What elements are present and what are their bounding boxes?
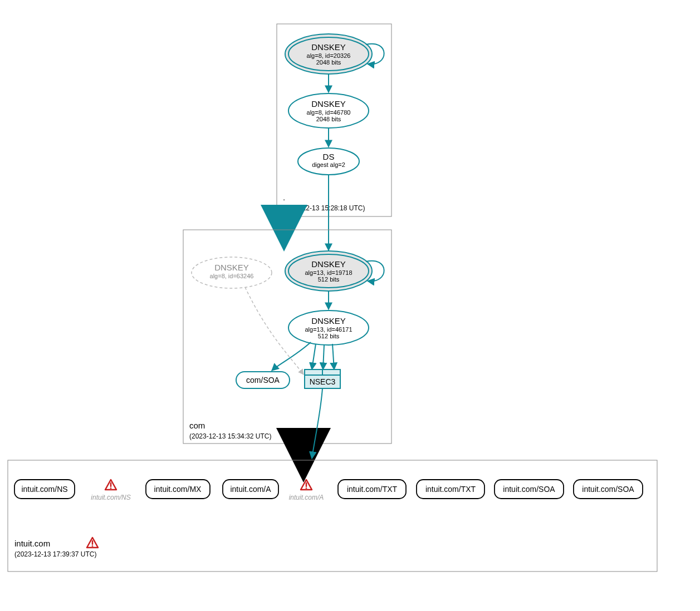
record-intuit-ns-warning: intuit.com/NS (91, 480, 130, 501)
svg-text:alg=13, id=46171: alg=13, id=46171 (305, 326, 352, 333)
zone-intuit-timestamp: (2023-12-13 17:39:37 UTC) (14, 550, 96, 558)
svg-text:2048 bits: 2048 bits (316, 116, 341, 122)
record-intuit-a: intuit.com/A (223, 480, 278, 499)
warning-icon (105, 480, 116, 490)
node-root-dnskey-zsk: DNSKEY alg=8, id=46780 2048 bits (288, 93, 369, 128)
node-root-dnskey-ksk: DNSKEY alg=8, id=20326 2048 bits (285, 34, 372, 74)
svg-text:DNSKEY: DNSKEY (214, 263, 249, 272)
zone-com-timestamp: (2023-12-13 15:34:32 UTC) (189, 432, 271, 440)
svg-text:DNSKEY: DNSKEY (311, 316, 346, 326)
svg-text:com/SOA: com/SOA (246, 376, 280, 385)
svg-text:intuit.com/MX: intuit.com/MX (154, 485, 202, 494)
svg-text:alg=13, id=19718: alg=13, id=19718 (305, 269, 352, 276)
zone-com-name: com (189, 421, 205, 430)
record-intuit-soa-2: intuit.com/SOA (574, 480, 643, 499)
svg-text:alg=8, id=63246: alg=8, id=63246 (210, 273, 254, 279)
svg-text:intuit.com/SOA: intuit.com/SOA (503, 485, 555, 494)
svg-text:intuit.com/TXT: intuit.com/TXT (347, 485, 398, 494)
edge-comkey2-nsec3-b (323, 345, 324, 369)
edge-comkey2-nsec3-c (332, 344, 334, 369)
svg-text:512 bits: 512 bits (318, 276, 340, 283)
svg-text:DNSKEY: DNSKEY (311, 99, 346, 109)
svg-text:intuit.com/NS: intuit.com/NS (21, 485, 67, 494)
svg-text:NSEC3: NSEC3 (310, 377, 336, 386)
edge-comkey2-nsec3-a (312, 344, 316, 369)
node-nsec3: NSEC3 (305, 369, 340, 388)
svg-text:digest alg=2: digest alg=2 (312, 161, 345, 168)
svg-rect-32 (8, 460, 657, 571)
warning-icon (301, 480, 312, 490)
svg-text:intuit.com/NS: intuit.com/NS (91, 494, 130, 501)
svg-text:DNSKEY: DNSKEY (311, 259, 346, 269)
svg-point-34 (92, 545, 94, 547)
node-com-dnskey-ksk: DNSKEY alg=13, id=19718 512 bits (285, 251, 372, 291)
zone-root-timestamp: (2023-12-13 15:28:18 UTC) (283, 204, 365, 212)
svg-text:DNSKEY: DNSKEY (311, 42, 346, 52)
record-intuit-mx: intuit.com/MX (146, 480, 210, 499)
svg-point-45 (306, 487, 307, 489)
record-intuit-txt-1: intuit.com/TXT (338, 480, 406, 499)
record-intuit-ns: intuit.com/NS (14, 480, 75, 499)
svg-text:DS: DS (323, 152, 335, 161)
svg-text:intuit.com/SOA: intuit.com/SOA (582, 485, 634, 494)
svg-text:alg=8, id=20326: alg=8, id=20326 (307, 52, 351, 59)
node-com-dnskey-zsk: DNSKEY alg=13, id=46171 512 bits (288, 311, 369, 345)
svg-point-38 (110, 487, 112, 489)
node-com-soa: com/SOA (236, 372, 290, 388)
warning-icon (87, 538, 98, 548)
node-ds: DS digest alg=2 (298, 148, 359, 175)
svg-text:512 bits: 512 bits (318, 333, 340, 339)
svg-text:alg=8, id=46780: alg=8, id=46780 (307, 109, 351, 116)
record-intuit-soa-1: intuit.com/SOA (495, 480, 564, 499)
edge-comkey2-comsoa (272, 342, 311, 371)
zone-root-name: . (283, 193, 285, 202)
edge-nsec3-intuit (312, 388, 322, 459)
node-com-dnskey-inactive: DNSKEY alg=8, id=63246 (192, 257, 272, 288)
svg-text:intuit.com/A: intuit.com/A (230, 485, 271, 494)
svg-text:2048 bits: 2048 bits (316, 59, 341, 66)
record-intuit-txt-2: intuit.com/TXT (417, 480, 484, 499)
zone-intuit: intuit.com (2023-12-13 17:39:37 UTC) (8, 460, 657, 571)
svg-text:intuit.com/A: intuit.com/A (289, 494, 324, 501)
svg-text:intuit.com/TXT: intuit.com/TXT (425, 485, 476, 494)
record-intuit-a-warning: intuit.com/A (289, 480, 324, 501)
zone-intuit-name: intuit.com (14, 539, 50, 548)
